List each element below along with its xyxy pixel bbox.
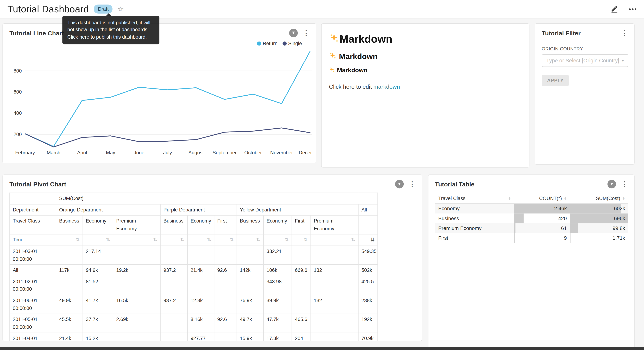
- col-header-travel-class[interactable]: Travel Class▲▼: [435, 193, 514, 203]
- markdown-edit-link[interactable]: markdown: [373, 84, 400, 90]
- kebab-menu-icon[interactable]: ⋮: [408, 180, 417, 188]
- kebab-menu-icon[interactable]: ⋮: [620, 29, 629, 37]
- pivot-row-label: All: [10, 265, 56, 276]
- pivot-cell: [311, 276, 358, 295]
- sort-icon[interactable]: ⇅: [153, 236, 157, 244]
- pivot-cell: 142k: [237, 265, 264, 276]
- pivot-row-label: 2011-03-01 00:00:00: [10, 246, 56, 265]
- pivot-cell: 15.9k: [237, 333, 264, 341]
- pivot-dept-row: DepartmentOrange DepartmentPurple Depart…: [10, 204, 378, 215]
- pivot-cell: 37.7k: [83, 314, 113, 333]
- pivot-cell: 132: [311, 295, 358, 314]
- table-row[interactable]: First91.71k: [435, 233, 628, 243]
- col-header-count[interactable]: COUNT(*)▲▼: [514, 193, 570, 203]
- markdown-card: Markdown Markdown Markdown Click here to…: [321, 24, 529, 168]
- favorite-star-icon[interactable]: ☆: [118, 5, 124, 14]
- tutorial-table: Travel Class▲▼ COUNT(*)▲▼ SUM(Cost)▲▼ Ec…: [435, 193, 628, 243]
- markdown-body: Markdown Markdown Markdown Click here to…: [322, 24, 529, 96]
- pivot-cell: 41.7k: [83, 295, 113, 314]
- sort-icon[interactable]: ⇅: [76, 236, 80, 244]
- sort-icon[interactable]: ⇅: [285, 236, 289, 244]
- pivot-cell: 15.2k: [83, 333, 113, 341]
- publish-tooltip[interactable]: This dashboard is not published, it will…: [62, 16, 159, 44]
- markdown-edit-text: Click here to edit: [329, 84, 373, 90]
- svg-text:November: November: [270, 150, 293, 156]
- filter-indicator-icon[interactable]: [289, 29, 298, 37]
- filter-card: Tutorial Filter ⋮ ORIGIN COUNTRY Type or…: [535, 24, 634, 165]
- pivot-cell: 47.7k: [264, 314, 292, 333]
- more-menu-icon[interactable]: [629, 8, 636, 10]
- pivot-row: 2011-02-01 00:00:0081.52343.98425.5: [10, 276, 378, 295]
- cell-count: 9: [514, 233, 570, 243]
- markdown-h5: Markdown: [329, 66, 522, 74]
- pivot-row: 2011-04-01 00:00:0021.4k15.2k927.7715.9k…: [10, 333, 378, 341]
- table-card-header: Tutorial Table ⋮: [428, 175, 634, 188]
- pivot-cell: 92.6: [214, 265, 237, 276]
- col-header-sum-cost[interactable]: SUM(Cost)▲▼: [570, 193, 628, 203]
- sort-icon[interactable]: ⇊: [370, 236, 374, 244]
- pivot-group-header: All: [358, 204, 378, 215]
- svg-text:400: 400: [14, 110, 22, 116]
- sort-icon[interactable]: ▲▼: [564, 196, 567, 200]
- sort-icon[interactable]: ⇅: [351, 236, 356, 244]
- draft-badge[interactable]: Draft: [94, 4, 113, 14]
- sort-icon[interactable]: ⇅: [106, 236, 110, 244]
- origin-country-label: ORIGIN COUNTRY: [542, 46, 628, 51]
- pivot-class-header: Economy: [188, 216, 214, 234]
- pivot-cell: 92.6: [214, 314, 237, 333]
- pivot-cell: [160, 246, 188, 265]
- sort-icon[interactable]: ⇅: [230, 236, 234, 244]
- sort-icon[interactable]: ▲▼: [622, 196, 625, 200]
- pivot-cell: [311, 314, 358, 333]
- pivot-cell: [113, 276, 160, 295]
- pivot-cell: [214, 295, 237, 314]
- table-row[interactable]: Premium Economy6199.8k: [435, 223, 628, 233]
- pivot-cell: [160, 314, 188, 333]
- svg-text:April: April: [77, 150, 87, 156]
- pivot-cell: [113, 246, 160, 265]
- pivot-cell: 217.14: [83, 246, 113, 265]
- pivot-cell: 117k: [56, 265, 83, 276]
- sort-icon[interactable]: ⇅: [256, 236, 260, 244]
- pivot-class-header: First: [214, 216, 237, 234]
- pivot-row-label: 2011-02-01 00:00:00: [10, 276, 56, 295]
- sort-icon[interactable]: ⇅: [180, 236, 184, 244]
- origin-country-select[interactable]: Type or Select [Origin Country] ▾: [542, 54, 628, 67]
- cell-count: 420: [514, 213, 570, 223]
- kebab-menu-icon[interactable]: ⋮: [620, 180, 629, 188]
- filter-card-title: Tutorial Filter: [542, 30, 620, 37]
- filter-indicator-icon[interactable]: [395, 180, 404, 188]
- sort-icon[interactable]: ⇅: [304, 236, 308, 244]
- table-row[interactable]: Economy2.46k602k: [435, 204, 628, 213]
- pivot-cell: 19.2k: [113, 265, 160, 276]
- pivot-cell: 549.35: [358, 246, 378, 265]
- legend-item-single[interactable]: Single: [282, 40, 302, 46]
- markdown-edit-line: Click here to edit markdown: [329, 84, 522, 90]
- filter-indicator-icon[interactable]: [607, 180, 616, 188]
- kebab-menu-icon[interactable]: ⋮: [302, 29, 311, 37]
- svg-text:June: June: [134, 150, 144, 156]
- pivot-cell: [56, 276, 83, 295]
- pivot-cell: 465.6: [292, 314, 311, 333]
- table-row[interactable]: Business420696k: [435, 213, 628, 223]
- chart-legend: ReturnSingle: [257, 40, 302, 46]
- pivot-cell: 76.9k: [237, 295, 264, 314]
- cell-sum-cost: 1.71k: [570, 233, 628, 243]
- pivot-class-header: Premium Economy: [113, 216, 160, 234]
- pivot-cell: 937.2: [160, 295, 188, 314]
- edit-pencil-icon[interactable]: [611, 5, 618, 13]
- pivot-cell: 45.5k: [56, 314, 83, 333]
- pivot-class-header: [358, 216, 378, 234]
- pivot-class-row: Travel ClassBusinessEconomyPremium Econo…: [10, 216, 378, 234]
- svg-text:February: February: [15, 150, 35, 156]
- pivot-row: 2011-03-01 00:00:00217.14332.21549.35: [10, 246, 378, 265]
- apply-button[interactable]: APPLY: [542, 75, 569, 86]
- pivot-cell: [214, 333, 237, 341]
- sort-icon[interactable]: ▲▼: [508, 196, 511, 200]
- sort-icon[interactable]: ⇅: [207, 236, 211, 244]
- legend-item-return[interactable]: Return: [257, 40, 277, 46]
- page-title: Tutorial Dashboard: [8, 4, 89, 14]
- pivot-row-label: 2011-06-01 00:00:00: [10, 295, 56, 314]
- pivot-cell: [311, 333, 358, 341]
- cell-travel-class: First: [435, 233, 514, 243]
